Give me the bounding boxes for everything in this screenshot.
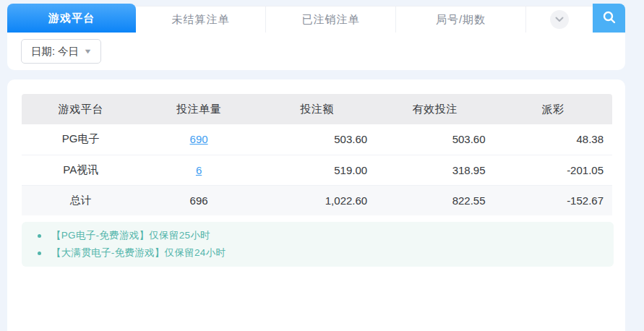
date-filter-label: 日期: 今日 [31, 45, 79, 59]
cell-total-label: 总计 [22, 185, 139, 215]
note-text: 【PG电子-免费游戏】仅保留25小时 [51, 229, 210, 242]
platform-stats-table: 游戏平台 投注单量 投注额 有效投注 派彩 PG电子 690 503.60 50… [22, 94, 612, 215]
filter-bar: 日期: 今日 ▼ [7, 33, 625, 70]
table-total-row: 总计 696 1,022.60 822.55 -152.67 [22, 185, 612, 215]
notes-panel: 【PG电子-免费游戏】仅保留25小时 【大满贯电子-免费游戏】仅保留24小时 [22, 222, 614, 267]
cell-payout: -201.05 [494, 155, 612, 185]
tab-game-platform[interactable]: 游戏平台 [7, 4, 136, 33]
note-item: 【PG电子-免费游戏】仅保留25小时 [22, 227, 614, 244]
cell-total-count: 696 [139, 185, 257, 215]
cell-valid-bet: 318.95 [376, 155, 494, 185]
table-row: PG电子 690 503.60 503.60 48.38 [22, 124, 612, 155]
cell-valid-bet: 503.60 [376, 124, 494, 155]
page: 游戏平台 未结算注单 已注销注单 局号/期数 日期: 今日 ▼ [0, 0, 644, 331]
bet-count-link[interactable]: 690 [190, 133, 208, 145]
header-bet-amount: 投注额 [258, 94, 376, 124]
cell-payout: 48.38 [494, 124, 612, 155]
cell-total-valid-bet: 822.55 [376, 185, 494, 215]
caret-down-icon: ▼ [83, 48, 92, 55]
bullet-dot-icon [38, 234, 41, 238]
note-text: 【大满贯电子-免费游戏】仅保留24小时 [51, 246, 226, 259]
table-header-row: 游戏平台 投注单量 投注额 有效投注 派彩 [22, 94, 612, 124]
bullet-dot-icon [38, 252, 41, 255]
cell-total-payout: -152.67 [494, 185, 612, 215]
tab-round-number[interactable]: 局号/期数 [396, 6, 526, 33]
tab-unsettled-bets[interactable]: 未结算注单 [136, 6, 266, 33]
cell-platform: PG电子 [22, 124, 139, 155]
header-valid-bet: 有效投注 [376, 94, 494, 124]
note-item: 【大满贯电子-免费游戏】仅保留24小时 [22, 244, 614, 262]
cell-platform: PA视讯 [22, 155, 139, 185]
bet-count-link[interactable]: 6 [196, 164, 202, 176]
tabs-more-button[interactable] [526, 6, 593, 33]
top-tab-bar: 游戏平台 未结算注单 已注销注单 局号/期数 [7, 4, 625, 33]
chevron-down-icon [550, 10, 569, 29]
header-bet-count: 投注单量 [139, 94, 257, 124]
date-filter-dropdown[interactable]: 日期: 今日 ▼ [21, 39, 101, 64]
search-icon [602, 10, 617, 27]
header-payout: 派彩 [494, 94, 612, 124]
cell-total-bet-amount: 1,022.60 [258, 185, 376, 215]
cell-bet-amount: 503.60 [258, 124, 376, 155]
header-platform: 游戏平台 [22, 94, 139, 124]
table-row: PA视讯 6 519.00 318.95 -201.05 [22, 155, 612, 185]
tab-cancelled-bets[interactable]: 已注销注单 [266, 6, 396, 33]
cell-bet-amount: 519.00 [258, 155, 376, 185]
search-button[interactable] [593, 4, 625, 33]
summary-card: 游戏平台 投注单量 投注额 有效投注 派彩 PG电子 690 503.60 50… [7, 79, 625, 331]
